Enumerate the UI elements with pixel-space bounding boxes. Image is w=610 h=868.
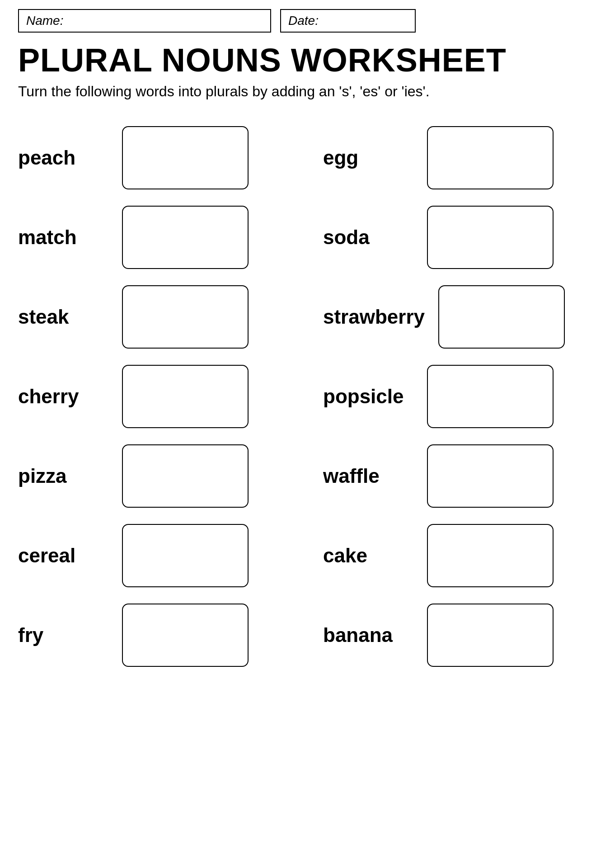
word-row-waffle: waffle — [305, 436, 592, 516]
word-label-soda: soda — [323, 226, 413, 249]
word-row-strawberry: strawberry — [305, 277, 592, 357]
right-column: eggsodastrawberrypopsiclewafflecakebanan… — [305, 118, 592, 675]
word-row-cereal: cereal — [18, 516, 305, 595]
word-row-fry: fry — [18, 595, 305, 675]
name-label: Name: — [26, 14, 63, 28]
answer-box-pizza[interactable] — [122, 444, 249, 508]
word-row-pizza: pizza — [18, 436, 305, 516]
word-label-peach: peach — [18, 146, 108, 169]
answer-box-cereal[interactable] — [122, 524, 249, 587]
word-label-banana: banana — [323, 624, 413, 646]
word-label-strawberry: strawberry — [323, 306, 425, 328]
word-row-popsicle: popsicle — [305, 357, 592, 436]
word-label-steak: steak — [18, 306, 108, 328]
answer-box-fry[interactable] — [122, 604, 249, 667]
answer-box-popsicle[interactable] — [427, 365, 554, 428]
word-row-banana: banana — [305, 595, 592, 675]
words-grid: peachmatchsteakcherrypizzacerealfry eggs… — [18, 118, 592, 675]
date-box: Date: — [280, 9, 416, 33]
answer-box-egg[interactable] — [427, 126, 554, 189]
word-label-match: match — [18, 226, 108, 249]
page-subtitle: Turn the following words into plurals by… — [18, 83, 592, 100]
word-row-soda: soda — [305, 198, 592, 277]
word-row-steak: steak — [18, 277, 305, 357]
answer-box-cherry[interactable] — [122, 365, 249, 428]
page-title: PLURAL NOUNS WORKSHEET — [18, 42, 592, 79]
word-label-pizza: pizza — [18, 465, 108, 487]
word-row-egg: egg — [305, 118, 592, 198]
word-label-waffle: waffle — [323, 465, 413, 487]
word-row-cherry: cherry — [18, 357, 305, 436]
header-row: Name: Date: — [18, 9, 592, 33]
answer-box-match[interactable] — [122, 206, 249, 269]
answer-box-strawberry[interactable] — [438, 285, 565, 349]
word-label-egg: egg — [323, 146, 413, 169]
answer-box-soda[interactable] — [427, 206, 554, 269]
word-label-cake: cake — [323, 544, 413, 567]
word-label-popsicle: popsicle — [323, 385, 413, 408]
name-box: Name: — [18, 9, 271, 33]
word-label-fry: fry — [18, 624, 108, 646]
word-label-cherry: cherry — [18, 385, 108, 408]
answer-box-cake[interactable] — [427, 524, 554, 587]
answer-box-steak[interactable] — [122, 285, 249, 349]
answer-box-peach[interactable] — [122, 126, 249, 189]
answer-box-banana[interactable] — [427, 604, 554, 667]
word-row-cake: cake — [305, 516, 592, 595]
left-column: peachmatchsteakcherrypizzacerealfry — [18, 118, 305, 675]
word-row-peach: peach — [18, 118, 305, 198]
word-label-cereal: cereal — [18, 544, 108, 567]
date-label: Date: — [288, 14, 319, 28]
word-row-match: match — [18, 198, 305, 277]
answer-box-waffle[interactable] — [427, 444, 554, 508]
